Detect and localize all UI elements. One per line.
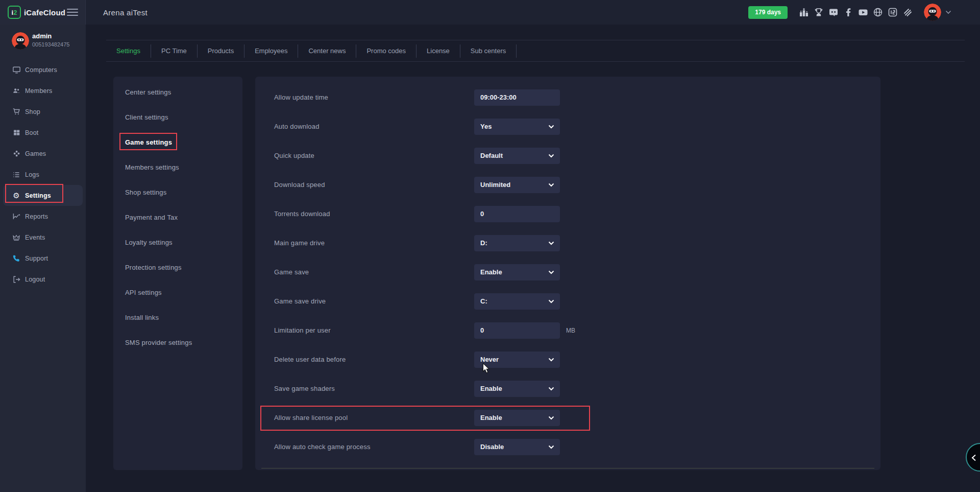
torrents-download-input[interactable] <box>474 206 560 222</box>
logout-icon <box>12 275 21 284</box>
allow-update-time-input[interactable] <box>474 89 560 106</box>
facebook-icon[interactable] <box>843 7 853 17</box>
allow-auto-check-game-process-select[interactable]: Disable <box>474 439 560 455</box>
quick-update-select[interactable]: Default <box>474 148 560 164</box>
sidebar-item-shop[interactable]: Shop <box>3 101 83 122</box>
form-row-auto-download: Auto download Yes <box>255 112 880 141</box>
sidebar: admin 005193482475 Computers Members Sho… <box>0 25 86 492</box>
game-settings-form-panel: Allow update time Auto download Yes Quic… <box>255 77 880 470</box>
tab-settings[interactable]: Settings <box>106 47 151 55</box>
chevron-down-icon <box>548 270 554 274</box>
menu-toggle-button[interactable] <box>67 9 78 16</box>
chevron-down-icon <box>548 125 554 129</box>
chevron-down-icon <box>548 416 554 420</box>
field-label: Limitation per user <box>274 326 474 334</box>
settings-menu-install-links[interactable]: Install links <box>113 305 242 330</box>
tab-promo-codes[interactable]: Promo codes <box>356 47 416 55</box>
allow-share-license-pool-select[interactable]: Enable <box>474 410 560 426</box>
form-row-game-save: Game save Enable <box>255 257 880 287</box>
settings-menu-shop-settings[interactable]: Shop settings <box>113 180 242 205</box>
main-game-drive-select[interactable]: D: <box>474 235 560 251</box>
top-bar: i2 iCafeCloud Arena aiTest 179 days <box>0 0 980 25</box>
auto-download-select[interactable]: Yes <box>474 119 560 135</box>
globe-icon[interactable] <box>873 7 883 17</box>
form-row-main-game-drive: Main game drive D: <box>255 228 880 257</box>
form-row-download-speed: Download speed Unlimited <box>255 170 880 199</box>
settings-menu-sms-provider-settings[interactable]: SMS provider settings <box>113 330 242 355</box>
tab-license[interactable]: License <box>416 47 460 55</box>
sidebar-item-reports[interactable]: Reports <box>3 206 83 227</box>
tab-products[interactable]: Products <box>198 47 244 55</box>
panel-bottom-divider <box>261 468 874 468</box>
form-row-delete-user-data-before: Delete user data before Never <box>255 345 880 374</box>
settings-menu-center-settings[interactable]: Center settings <box>113 80 242 105</box>
tab-pc-time[interactable]: PC Time <box>151 47 197 55</box>
app-logo-text[interactable]: iCafeCloud <box>24 0 65 25</box>
settings-menu-game-settings[interactable]: Game settings <box>113 130 242 155</box>
tab-employees[interactable]: Employees <box>244 47 298 55</box>
field-label: Download speed <box>274 181 474 189</box>
sidebar-item-settings[interactable]: ⚙ Settings <box>3 185 83 206</box>
people-icon <box>12 86 21 96</box>
field-label: Allow share license pool <box>274 414 474 421</box>
sidebar-user-name: admin <box>32 32 52 40</box>
tab-strip: Settings PC Time Products Employees Cent… <box>106 40 965 62</box>
settings-menu-members-settings[interactable]: Members settings <box>113 155 242 180</box>
settings-menu-client-settings[interactable]: Client settings <box>113 105 242 130</box>
settings-menu-loyalty-settings[interactable]: Loyalty settings <box>113 230 242 255</box>
settings-menu-payment-and-tax[interactable]: Payment and Tax <box>113 205 242 230</box>
form-row-save-game-shaders: Save game shaders Enable <box>255 374 880 403</box>
discord-icon[interactable] <box>828 7 839 17</box>
page-title: Arena aiTest <box>103 0 148 25</box>
monitor-icon <box>12 65 21 75</box>
sidebar-item-logout[interactable]: Logout <box>3 269 83 290</box>
youtube-icon[interactable] <box>858 7 868 17</box>
sidebar-item-boot[interactable]: Boot <box>3 122 83 143</box>
tab-divider <box>516 44 517 58</box>
chevron-down-icon <box>548 445 554 449</box>
field-label: Game save drive <box>274 297 474 305</box>
user-menu-avatar[interactable] <box>924 4 941 21</box>
sidebar-item-logs[interactable]: Logs <box>3 164 83 185</box>
form-row-allow-share-license-pool: Allow share license pool Enable <box>255 403 880 432</box>
tab-center-news[interactable]: Center news <box>298 47 356 55</box>
sidebar-item-events[interactable]: Events <box>3 227 83 248</box>
settings-menu-api-settings[interactable]: API settings <box>113 280 242 305</box>
layers-icon[interactable] <box>902 7 913 17</box>
game-save-drive-select[interactable]: C: <box>474 293 560 310</box>
gear-icon: ⚙ <box>12 191 21 200</box>
chevron-down-icon <box>548 241 554 245</box>
sidebar-item-support[interactable]: Support <box>3 248 83 269</box>
chevron-down-icon <box>548 387 554 391</box>
app-logo-icon[interactable]: i2 <box>8 6 21 19</box>
sidebar-item-computers[interactable]: Computers <box>3 59 83 80</box>
tab-sub-centers[interactable]: Sub centers <box>460 47 516 55</box>
field-label: Allow update time <box>274 93 474 101</box>
phone-icon <box>12 254 21 263</box>
logo-zone: i2 iCafeCloud <box>0 0 86 25</box>
user-menu-chevron-icon[interactable] <box>945 10 951 14</box>
icafecloud-mark-icon[interactable] <box>888 7 898 17</box>
settings-submenu-panel: Center settings Client settings Game set… <box>113 77 242 470</box>
leaderboard-icon[interactable] <box>799 7 809 17</box>
save-game-shaders-select[interactable]: Enable <box>474 381 560 397</box>
settings-menu-protection-settings[interactable]: Protection settings <box>113 255 242 280</box>
sidebar-item-games[interactable]: Games <box>3 143 83 164</box>
crown-icon <box>12 233 21 242</box>
sidebar-menu: Computers Members Shop Boot Games Logs ⚙… <box>0 59 86 290</box>
chart-icon <box>12 212 21 221</box>
collapse-panel-button[interactable] <box>966 443 980 472</box>
gamepad-icon <box>12 149 21 158</box>
sidebar-user-avatar <box>12 32 29 50</box>
chevron-down-icon <box>548 358 554 362</box>
field-label: Save game shaders <box>274 385 474 392</box>
game-save-select[interactable]: Enable <box>474 264 560 280</box>
download-speed-select[interactable]: Unlimited <box>474 177 560 193</box>
limitation-per-user-input[interactable] <box>474 322 560 339</box>
license-days-badge[interactable]: 179 days <box>748 6 788 19</box>
trophy-icon[interactable] <box>814 7 824 17</box>
mb-unit-label: MB <box>566 327 575 334</box>
form-row-allow-auto-check-game-process: Allow auto check game process Disable <box>255 432 880 461</box>
sidebar-item-members[interactable]: Members <box>3 80 83 101</box>
field-label: Allow auto check game process <box>274 443 474 451</box>
